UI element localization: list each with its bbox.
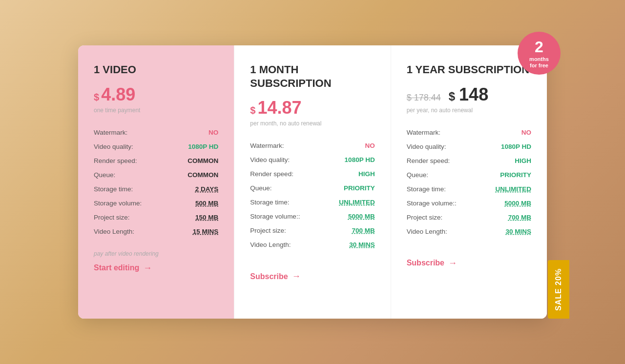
feature-render-y: Render speed: HIGH bbox=[407, 154, 531, 168]
price-currency-one-video: $ bbox=[94, 92, 99, 103]
feature-storage-vol-y: Storage volume:: 5000 MB bbox=[407, 196, 531, 210]
subscribe-month-button[interactable]: Subscribe → bbox=[250, 271, 300, 282]
feature-storage-time-y: Storage time: UNLIMITED bbox=[407, 182, 531, 196]
feature-render: Render speed: COMMON bbox=[94, 154, 218, 168]
feature-quality-y: Video quality: 1080P HD bbox=[407, 140, 531, 154]
feature-watermark-y: Watermark: NO bbox=[407, 125, 531, 140]
price-currency-one-month: $ bbox=[250, 105, 255, 116]
feature-video-length: Video Length: 15 MINS bbox=[94, 224, 218, 239]
start-editing-label: Start editing bbox=[94, 263, 139, 272]
plan-title-one-video: 1 VIDEO bbox=[94, 63, 218, 77]
feature-storage-vol-m: Storage volume:: 5000 MB bbox=[250, 209, 375, 223]
feature-watermark-m: Watermark: NO bbox=[250, 139, 375, 153]
feature-video-length-y: Video Length: 30 MINS bbox=[407, 224, 531, 239]
cta-arrow-one-video: → bbox=[143, 263, 152, 273]
plan-one-month: 1 MONTH SUBSCRIPTION $ 14.87 per month, … bbox=[234, 45, 390, 319]
sale-banner[interactable]: SALE 20% bbox=[548, 260, 569, 319]
price-amount-one-month: 14.87 bbox=[257, 98, 301, 118]
plan-title-one-month: 1 MONTH SUBSCRIPTION bbox=[250, 63, 375, 90]
price-row-one-month: $ 14.87 bbox=[250, 98, 375, 118]
subscribe-year-label: Subscribe bbox=[407, 259, 444, 267]
feature-storage-time: Storage time: 2 DAYS bbox=[94, 182, 218, 196]
feature-project-size: Project size: 150 MB bbox=[94, 210, 218, 224]
feature-watermark: Watermark: NO bbox=[94, 125, 218, 140]
pricing-container: 1 VIDEO $ 4.89 one time payment Watermar… bbox=[78, 45, 547, 319]
feature-project-size-y: Project size: 700 MB bbox=[407, 210, 531, 224]
start-editing-button[interactable]: Start editing → bbox=[94, 263, 152, 273]
feature-project-size-m: Project size: 700 MB bbox=[250, 223, 375, 238]
cta-arrow-year: → bbox=[448, 258, 457, 268]
feature-video-length-m: Video Length: 30 MINS bbox=[250, 238, 375, 252]
badge-months-free: 2 monthsfor free bbox=[518, 32, 561, 75]
price-original-year: $ 178.44 bbox=[407, 93, 441, 103]
price-currency-year: $ bbox=[449, 90, 455, 103]
subscribe-year-button[interactable]: Subscribe → bbox=[407, 258, 457, 268]
feature-queue: Queue: COMMON bbox=[94, 168, 218, 182]
plan-one-year: 2 monthsfor free 1 YEAR SUBSCRIPTION $ 1… bbox=[391, 45, 547, 319]
plan-title-one-year: 1 YEAR SUBSCRIPTION bbox=[407, 63, 531, 77]
feature-queue-y: Queue: PRIORITY bbox=[407, 168, 531, 182]
price-subtitle-one-video: one time payment bbox=[94, 107, 218, 114]
badge-number: 2 bbox=[535, 38, 543, 56]
features-one-month: Watermark: NO Video quality: 1080P HD Re… bbox=[250, 139, 375, 252]
pay-note: pay after video rendering bbox=[94, 250, 218, 257]
feature-quality-m: Video quality: 1080P HD bbox=[250, 153, 375, 167]
feature-render-m: Render speed: HIGH bbox=[250, 167, 375, 181]
plan-one-video: 1 VIDEO $ 4.89 one time payment Watermar… bbox=[78, 45, 234, 319]
features-one-year: Watermark: NO Video quality: 1080P HD Re… bbox=[407, 125, 531, 239]
price-row-one-video: $ 4.89 bbox=[94, 84, 218, 105]
price-subtitle-one-month: per month, no auto renewal bbox=[250, 120, 375, 127]
price-subtitle-one-year: per year, no auto renewal bbox=[407, 107, 531, 114]
feature-storage-time-m: Storage time: UNLIMITED bbox=[250, 195, 375, 209]
price-row-one-year: $ 178.44 $ 148 bbox=[407, 84, 531, 105]
feature-quality: Video quality: 1080P HD bbox=[94, 140, 218, 154]
price-discounted-year: 148 bbox=[459, 84, 488, 105]
price-amount-one-video: 4.89 bbox=[101, 84, 135, 105]
subscribe-month-label: Subscribe bbox=[250, 272, 288, 281]
cta-arrow-month: → bbox=[292, 271, 301, 282]
features-one-video: Watermark: NO Video quality: 1080P HD Re… bbox=[94, 125, 218, 239]
badge-text: monthsfor free bbox=[529, 56, 549, 69]
sale-label: SALE 20% bbox=[554, 268, 563, 310]
feature-storage-vol: Storage volume: 500 MB bbox=[94, 196, 218, 210]
feature-queue-m: Queue: PRIORITY bbox=[250, 181, 375, 195]
